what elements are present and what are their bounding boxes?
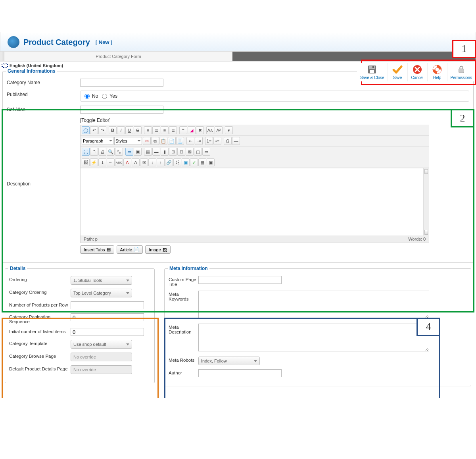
x-circle-icon: [412, 64, 422, 75]
category-name-input[interactable]: [80, 79, 163, 87]
permissions-label: Permissions: [451, 75, 472, 80]
svg-rect-7: [459, 69, 464, 73]
published-radio-group: No Yes: [80, 91, 469, 102]
svg-rect-2: [370, 70, 374, 73]
save-close-label: Save & Close: [360, 75, 384, 80]
save-close-button[interactable]: Save & Close: [357, 63, 388, 81]
published-label: Published: [7, 91, 80, 97]
app-logo-icon: [8, 36, 19, 48]
svg-rect-1: [369, 66, 375, 69]
svg-point-6: [435, 68, 439, 71]
annotation-number-4: 4: [416, 318, 440, 336]
lifesaver-icon: [432, 64, 442, 75]
general-legend: General Informations: [6, 68, 57, 74]
cancel-label: Cancel: [411, 75, 423, 80]
top-toolbar: Save & Close Save Cancel Help Permission…: [357, 63, 475, 81]
save-button[interactable]: Save: [388, 63, 407, 81]
page-title: Product Category: [23, 38, 90, 47]
save-label: Save: [393, 75, 402, 80]
new-badge: [ New ]: [96, 39, 113, 45]
permissions-button[interactable]: Permissions: [447, 63, 475, 81]
published-no-label: No: [92, 93, 98, 99]
category-name-label: Category Name: [7, 79, 80, 85]
tab-product-category-form[interactable]: Product Category Form: [4, 52, 232, 61]
published-yes-label: Yes: [109, 93, 117, 99]
flag-uk-icon: [2, 64, 8, 68]
floppy-icon: [367, 64, 377, 75]
help-button[interactable]: Help: [427, 63, 447, 81]
annotation-box-4: [164, 318, 440, 398]
published-no-radio[interactable]: [84, 94, 90, 99]
cancel-button[interactable]: Cancel: [407, 63, 427, 81]
lock-icon: [456, 64, 466, 75]
annotation-number-2: 2: [451, 109, 474, 127]
annotation-box-3: [2, 318, 159, 398]
page-header: Product Category [ New ]: [0, 32, 476, 52]
language-label: English (United Kingdom): [10, 63, 63, 68]
annotation-number-1: 1: [452, 40, 476, 58]
check-icon: [392, 64, 403, 75]
published-yes-radio[interactable]: [102, 94, 107, 99]
help-label: Help: [433, 75, 441, 80]
svg-rect-3: [372, 66, 374, 68]
tab-arrow-left[interactable]: [0, 52, 4, 61]
annotation-box-2: [2, 109, 474, 312]
